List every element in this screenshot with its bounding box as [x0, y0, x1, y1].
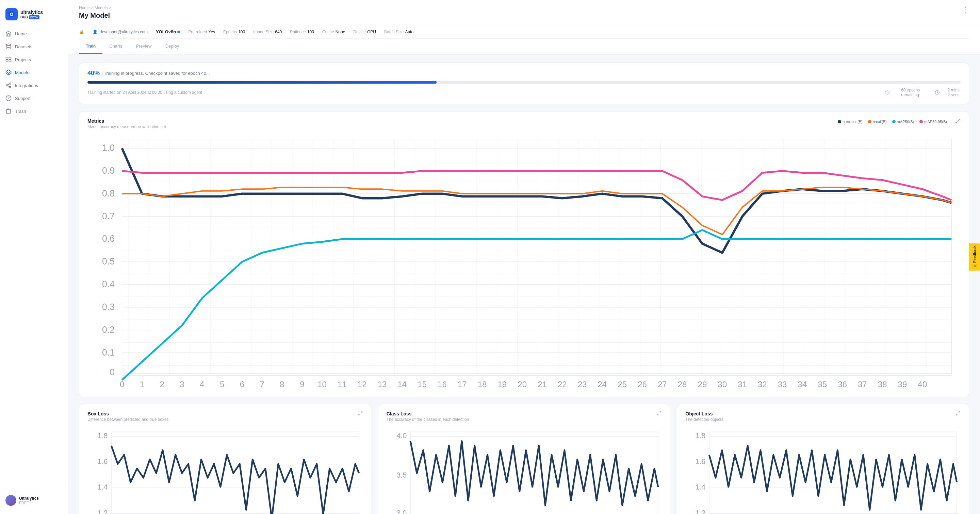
svg-text:25: 25	[617, 380, 627, 389]
refresh-icon	[876, 90, 899, 95]
svg-text:1.6: 1.6	[97, 457, 108, 466]
svg-text:39: 39	[898, 380, 907, 389]
user-info[interactable]: Ultralytics FREE	[0, 492, 68, 509]
svg-rect-4	[6, 57, 8, 59]
expand-icon	[956, 411, 961, 416]
svg-point-11	[6, 85, 8, 86]
svg-text:13: 13	[378, 380, 387, 389]
class-loss-expand-button[interactable]	[657, 411, 662, 417]
svg-text:20: 20	[517, 380, 527, 389]
svg-line-104	[959, 412, 960, 413]
svg-line-14	[8, 84, 9, 85]
svg-text:1.2: 1.2	[97, 509, 108, 514]
sidebar-item-support[interactable]: Support	[0, 92, 68, 105]
sidebar-item-models-label: Models	[15, 70, 29, 75]
sidebar-item-home[interactable]: Home	[0, 27, 68, 40]
svg-line-95	[659, 412, 661, 413]
svg-text:1.0: 1.0	[102, 143, 115, 153]
svg-text:0.1: 0.1	[102, 347, 115, 358]
svg-rect-7	[9, 60, 11, 62]
svg-text:2: 2	[160, 380, 164, 389]
tab-preview[interactable]: Preview	[129, 39, 158, 54]
svg-rect-6	[6, 60, 8, 62]
svg-text:7: 7	[260, 380, 264, 389]
svg-text:6: 6	[240, 380, 244, 389]
param-device-value: GPU	[367, 30, 376, 34]
model-name: YOLOv8n	[156, 29, 176, 34]
param-image-size-label: Image Size	[253, 30, 274, 34]
legend-map50-95-label: mAP50-95(B)	[924, 120, 947, 124]
svg-text:36: 36	[838, 380, 847, 389]
feedback-button[interactable]: 😊 Feedback	[969, 243, 980, 271]
sidebar-item-support-label: Support	[15, 96, 30, 101]
param-cache: Cache None	[322, 30, 345, 34]
expand-icon	[955, 118, 961, 124]
param-epochs-value: 100	[238, 30, 245, 34]
svg-text:16: 16	[438, 380, 447, 389]
param-image-size-value: 640	[275, 30, 282, 34]
svg-text:8: 8	[280, 380, 284, 389]
clock-icon	[929, 90, 946, 95]
svg-text:35: 35	[818, 380, 827, 389]
legend-map50-95: mAP50-95(B)	[920, 120, 947, 124]
model-info-row: 🔒 👤 developer@ultralytics.com YOLOv8n Pr…	[79, 25, 969, 39]
box-loss-expand-button[interactable]	[358, 411, 363, 417]
user-email-badge: 👤 developer@ultralytics.com	[92, 30, 148, 34]
user-name: Ultralytics	[19, 496, 39, 501]
box-loss-subtitle: Difference between predicted and true bo…	[88, 417, 169, 422]
progress-bar	[88, 81, 961, 84]
box-loss-card: Box Loss Difference between predicted an…	[79, 404, 371, 514]
svg-line-96	[657, 414, 659, 416]
svg-text:3.5: 3.5	[396, 471, 407, 480]
logo-icon	[5, 8, 18, 21]
tab-train[interactable]: Train	[79, 39, 102, 54]
hub-label: HUB	[21, 15, 28, 19]
legend-map50-dot	[892, 120, 896, 124]
breadcrumb-sep1: >	[91, 5, 94, 10]
trash-icon	[5, 108, 11, 114]
epochs-remaining-text: 60 epochs remaining	[901, 88, 921, 97]
svg-line-85	[358, 414, 360, 416]
box-loss-title: Box Loss	[88, 411, 169, 416]
svg-text:38: 38	[878, 380, 887, 389]
param-cache-label: Cache	[322, 30, 334, 34]
expand-button[interactable]	[955, 118, 961, 125]
sidebar-item-models[interactable]: Models	[0, 66, 68, 79]
sidebar-item-datasets[interactable]: Datasets	[0, 40, 68, 53]
svg-text:15: 15	[417, 380, 427, 389]
metrics-chart-card: Metrics Model accuracy measured on valid…	[79, 111, 969, 397]
svg-line-13	[8, 86, 9, 87]
svg-text:10: 10	[318, 380, 327, 389]
sidebar-item-projects[interactable]: Projects	[0, 53, 68, 66]
param-patience: Patience 100	[290, 30, 314, 34]
beta-label: BETA	[29, 15, 40, 19]
feedback-icon: 😊	[972, 264, 977, 268]
svg-point-12	[9, 86, 11, 88]
svg-text:12: 12	[358, 380, 367, 389]
metrics-svg: 1.0 0.9 0.8 0.7 0.6 0.5 0.4 0.3 0.2 0.1 …	[88, 135, 961, 389]
more-options-button[interactable]: ⋮	[962, 5, 969, 14]
breadcrumb-home[interactable]: Home	[79, 5, 90, 10]
status-row: 40% Training in progress. Checkpoint sav…	[88, 70, 961, 77]
sidebar-item-trash[interactable]: Trash	[0, 105, 68, 117]
svg-text:19: 19	[498, 380, 507, 389]
svg-text:37: 37	[858, 380, 867, 389]
class-loss-card: Class Loss The accuracy of the classes i…	[378, 404, 670, 514]
sidebar-item-integrations-label: Integrations	[15, 83, 38, 88]
object-loss-expand-button[interactable]	[956, 411, 961, 417]
svg-text:4: 4	[200, 380, 204, 389]
legend-map50: mAP50(B)	[892, 120, 914, 124]
svg-text:1.8: 1.8	[695, 432, 706, 440]
content-area: 40% Training in progress. Checkpoint sav…	[68, 54, 980, 514]
sidebar-item-integrations[interactable]: Integrations	[0, 79, 68, 92]
svg-point-10	[9, 83, 11, 85]
sidebar-item-home-label: Home	[15, 31, 27, 36]
tab-charts[interactable]: Charts	[102, 39, 129, 54]
tab-deploy[interactable]: Deploy	[159, 39, 186, 54]
training-meta: Training started on 24 April 2024 at 00:…	[88, 88, 961, 97]
breadcrumb-models[interactable]: Models	[95, 5, 108, 10]
models-icon	[5, 69, 11, 76]
progress-fill	[88, 81, 437, 84]
svg-text:34: 34	[798, 380, 807, 389]
datasets-icon	[5, 43, 11, 50]
